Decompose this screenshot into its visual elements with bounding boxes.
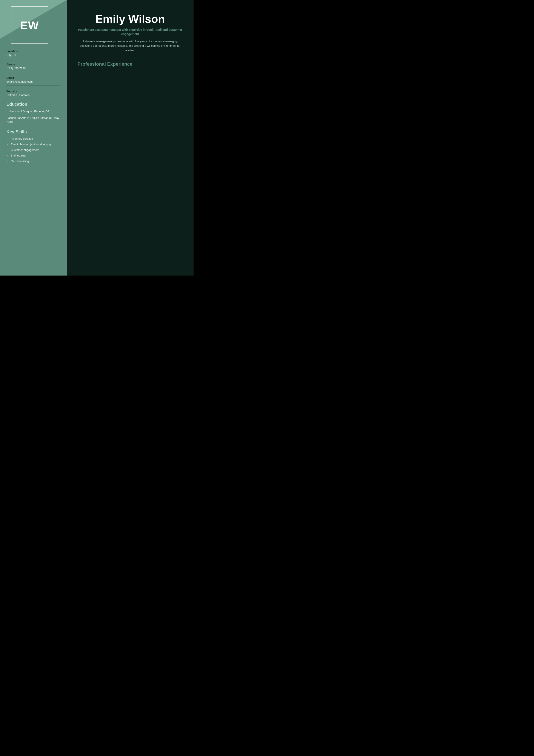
skills-list: Inventory curation Event planning (autho…	[7, 137, 60, 163]
avatar-box: EW	[11, 7, 48, 44]
skill-item-2: Event planning (author signings)	[11, 143, 60, 147]
phone-divider	[7, 72, 60, 72]
location-label: Location	[7, 49, 60, 53]
contact-email: Email email@example.com	[7, 76, 60, 86]
skill-item-1: Inventory curation	[11, 137, 60, 141]
education-degree: Bachelor of Arts in English Literature |…	[7, 116, 60, 124]
main-content: Emily Wilson Passionate assistant manage…	[67, 0, 193, 276]
contact-section: Location City, ST Phone (123) 456-7890 E…	[7, 49, 60, 97]
location-divider	[7, 59, 60, 59]
phone-label: Phone	[7, 63, 60, 66]
email-label: Email	[7, 76, 60, 79]
website-value: LinkedIn | Portfolio	[7, 94, 60, 97]
phone-value: (123) 456-7890	[7, 67, 60, 70]
skill-item-5: Merchandising	[11, 159, 60, 163]
email-value: email@example.com	[7, 80, 60, 83]
skill-item-4: Staff training	[11, 154, 60, 158]
avatar-initials: EW	[20, 19, 39, 32]
candidate-name: Emily Wilson	[77, 13, 183, 25]
contact-location: Location City, ST	[7, 49, 60, 59]
skill-item-3: Customer engagement	[11, 148, 60, 152]
education-institution: University of Oregon | Eugene, OR	[7, 109, 60, 114]
contact-phone: Phone (123) 456-7890	[7, 63, 60, 72]
candidate-tagline: Passionate assistant manager with expert…	[77, 28, 183, 36]
skills-heading: Key Skills	[7, 129, 60, 134]
resume-container: EW Location City, ST Phone (123) 456-789…	[0, 0, 193, 276]
candidate-summary: A dynamic management professional with f…	[77, 39, 183, 53]
location-value: City, ST	[7, 53, 60, 57]
website-label: Website	[7, 90, 60, 93]
professional-experience-heading: Professional Experience	[77, 61, 183, 67]
sidebar: EW Location City, ST Phone (123) 456-789…	[0, 0, 67, 276]
education-heading: Education	[7, 102, 60, 107]
contact-website: Website LinkedIn | Portfolio	[7, 90, 60, 97]
